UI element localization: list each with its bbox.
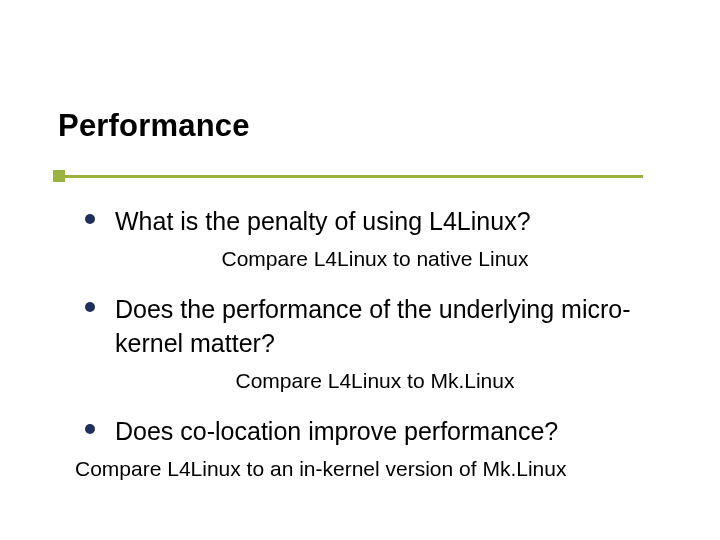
slide-title: Performance	[58, 108, 250, 144]
underline-line	[65, 175, 643, 178]
bullet-sub-3: Compare L4Linux to an in-kernel version …	[75, 454, 665, 484]
content-area: What is the penalty of using L4Linux? Co…	[85, 204, 665, 502]
bullet-item-2: Does the performance of the underlying m…	[85, 292, 665, 396]
bullet-item-3: Does co-location improve performance? Co…	[85, 414, 665, 484]
title-underline	[53, 170, 643, 182]
bullet-sub-2: Compare L4Linux to Mk.Linux	[85, 366, 665, 396]
bullet-dot-icon	[85, 424, 95, 434]
bullet-dot-icon	[85, 302, 95, 312]
bullet-sub-1: Compare L4Linux to native Linux	[85, 244, 665, 274]
bullet-item-1: What is the penalty of using L4Linux? Co…	[85, 204, 665, 274]
bullet-question-1: What is the penalty of using L4Linux?	[115, 204, 665, 238]
bullet-question-2: Does the performance of the underlying m…	[115, 292, 665, 360]
bullet-dot-icon	[85, 214, 95, 224]
underline-square	[53, 170, 65, 182]
bullet-question-3: Does co-location improve performance?	[115, 414, 665, 448]
slide: Performance What is the penalty of using…	[0, 0, 720, 540]
